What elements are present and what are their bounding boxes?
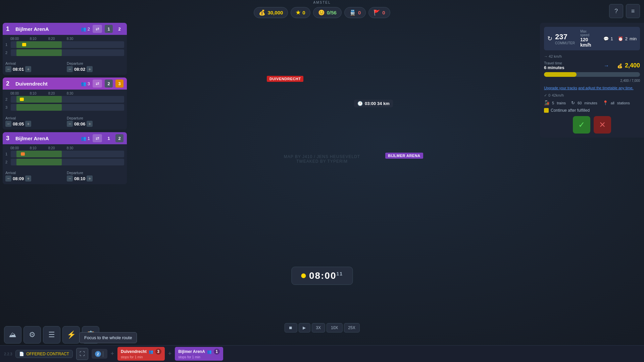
map-label-bijlmer: BIJLMER ARENA [385,153,423,159]
speed-stop[interactable]: ⏹ [284,323,297,332]
stat2-display: 🚩 0 [368,7,390,18]
contract-badge: 📄 OFFERED CONTRACT [15,350,72,358]
pax-icon-stop1: 👥 [149,350,153,354]
station-2-shuffle[interactable]: ⇄ [93,80,102,88]
happy-icon: 😊 [318,9,325,16]
station-3-pax: 👥 1 [81,136,90,141]
toolbar-adjust[interactable]: ⚡ [62,326,80,344]
speed-3x[interactable]: 3X [311,323,325,332]
menu-button[interactable]: ≡ [626,4,640,18]
station-3-arr-minus[interactable]: − [5,175,11,182]
clock: 08:0011 [291,267,353,285]
station-2-platform-2[interactable]: 3 [115,80,123,88]
station-2-name: Duivendrecht [15,81,78,87]
station-1-row-1: 1 [5,41,124,48]
station-panel-1: 1 Bijlmer ArenA 👥 2 ⇄ 1 2 08:00 8:10 8:2… [3,23,127,75]
station-2-row-2: 3 [5,104,124,111]
station-2-dep-minus[interactable]: − [67,121,73,127]
station-2-platform-1[interactable]: 2 [105,80,113,88]
speed-10x[interactable]: 10X [327,323,342,332]
app-title: AMSTEL [313,1,331,4]
earnings-val: 💰 2,400 [617,62,640,69]
station-1-platform-2[interactable]: 2 [115,25,123,33]
time-stat: ⏰ 2 min [618,36,637,41]
clock-time: 08:0011 [309,270,343,281]
station-1-arr-plus[interactable]: + [25,66,31,72]
station-3-platform-2[interactable]: 2 [115,134,123,142]
speed-play[interactable]: ▶ [298,323,310,332]
right-panel: ↻ 237 COMMUTER Max speed 120 km/h 💬 1 ⏰ … [540,23,644,138]
progress-bar [544,72,640,77]
focus-frame-button[interactable]: ⛶ [76,348,88,360]
station-2-arr-minus[interactable]: − [5,121,11,127]
speed-controls: ⏹ ▶ 3X 10X 25X [284,323,359,332]
add-stop-1[interactable]: + [111,350,114,357]
money-display: 💰 30,000 [254,7,288,18]
top-right-buttons: ? ≡ [609,4,640,18]
travel-time-block: Travel time 6 minutes [544,61,564,70]
station-2-times-section: Arrival − 08:05 + Departure − 08:06 + [3,115,127,130]
conditions-trains: 🚂 5 trains ↻ 60 minutes 📍 all stations [544,100,640,105]
money-icon: 💰 [259,9,265,16]
clock-indicator [301,273,306,278]
station-2-number: 2 [6,80,13,87]
travel-time-section: Travel time 6 minutes → 💰 2,400 2,400 / … [544,61,640,83]
clock-icon: 🕐 [357,101,363,106]
toolbar-list[interactable]: ☰ [43,326,60,344]
station-1-pax: 👥 2 [81,27,90,32]
station-1-name: Bijlmer ArenA [15,26,78,32]
map-credit: Map by J410 / Jens Heuseveldt Tweaked by… [284,154,360,164]
contract-icon: 📄 [19,352,24,356]
station-3-departure-col: Departure − 08:10 + [67,171,124,182]
station-3-arr-plus[interactable]: + [25,175,31,182]
station-3-number: 3 [6,135,13,142]
refresh-icon: ↻ [547,35,552,42]
station-1-dep-plus[interactable]: + [87,66,93,72]
stat1-display: 🚆 0 [344,7,366,18]
station-3-row-2: 2 [5,159,124,165]
help-button[interactable]: ? [609,4,623,18]
station-2-times: 08:00 8:10 8:20 8:30 [5,92,124,95]
bottom-bar: 2.2.3 📄 OFFERED CONTRACT ⛶ 2 | + Duivend… [0,345,644,362]
reject-button[interactable]: ✕ [594,116,611,134]
station-1-times-section: Arrival − 08:01 + Departure − 08:02 + [3,60,127,75]
station-3-dep-plus[interactable]: + [87,175,93,182]
refresh-cond-icon: ↻ [571,100,575,105]
station-1-arr-minus[interactable]: − [5,66,11,72]
contract-label: OFFERED CONTRACT [26,352,69,356]
station-1-platform-1[interactable]: 1 [105,25,113,33]
right-panel-header: ↻ 237 COMMUTER Max speed 120 km/h 💬 1 ⏰ … [544,27,640,50]
station-2-dep-plus[interactable]: + [87,121,93,127]
station-3-times-section: Arrival − 08:09 + Departure − 08:10 + [3,169,127,184]
station-3-arrival-col: Arrival − 08:09 + [5,171,63,182]
station-2-departure-col: Departure − 08:06 + [67,116,124,127]
station-2-pax: 👥 3 [81,81,90,86]
time-icon: ⏰ [618,36,623,41]
accept-button[interactable]: ✓ [573,116,590,134]
station-1-times: 08:00 8:10 8:20 8:30 [5,37,124,41]
toolbar-settings[interactable]: ⚙ [23,326,41,344]
progress-label: 2,400 / 7,000 [544,79,640,83]
top-bar: AMSTEL 💰 30,000 ★ 0 😊 0/56 🚆 0 🚩 0 [0,0,644,20]
station-3-platform-1[interactable]: 1 [105,134,113,142]
station-1-dep-minus[interactable]: − [67,66,73,72]
max-speed-info: Max speed 120 km/h [580,30,596,48]
toolbar-terrain[interactable]: ⛰ [4,326,21,344]
add-stop-2[interactable]: + [168,350,172,357]
station-3-dep-minus[interactable]: − [67,175,73,182]
map-label-duivendrecht: DUIVENDRECHT [267,76,303,82]
pax-icon-stop2: 👥 [207,350,212,354]
progress-fill [544,72,577,77]
station-panel-3-header: 3 Bijlmer ArenA 👥 1 ⇄ 1 2 [3,132,127,144]
station-3-name: Bijlmer ArenA [15,136,78,141]
upgrade-text: Upgrade your tracks and adjust the timet… [544,86,640,90]
station-2-arr-plus[interactable]: + [25,121,31,127]
station-1-row-2: 2 [5,49,124,56]
station-1-shuffle[interactable]: ⇄ [93,25,102,33]
continue-checkbox[interactable] [544,108,549,113]
station-1-body: 08:00 8:10 8:20 8:30 1 2 [3,35,127,60]
flag-icon: 🚩 [374,9,380,16]
speed-25x[interactable]: 25X [344,323,359,332]
station-3-shuffle[interactable]: ⇄ [93,134,102,142]
station-1-departure-col: Departure − 08:02 + [67,61,124,72]
